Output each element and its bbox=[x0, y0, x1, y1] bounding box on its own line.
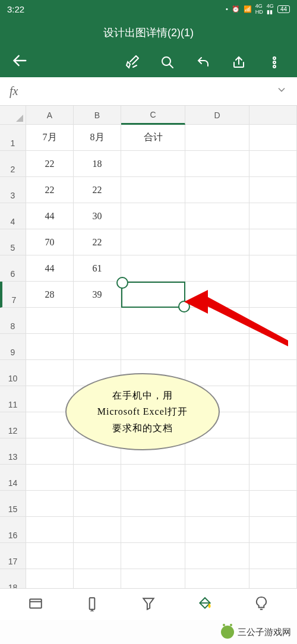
row-header-16[interactable]: 16 bbox=[0, 517, 26, 543]
cell-A5[interactable]: 70 bbox=[26, 229, 74, 255]
spreadsheet[interactable]: ABCD17月8月合计22218322224443057022644617283… bbox=[0, 106, 297, 595]
cell-D9[interactable] bbox=[185, 334, 249, 360]
filter-button[interactable] bbox=[132, 591, 165, 618]
cell-A1[interactable]: 7月 bbox=[26, 125, 74, 151]
cell-C1[interactable]: 合计 bbox=[121, 125, 185, 151]
cell-extra-1[interactable] bbox=[249, 125, 297, 151]
cell-extra-11[interactable] bbox=[249, 386, 297, 412]
cell-B14[interactable] bbox=[74, 465, 121, 491]
cell-B17[interactable] bbox=[74, 543, 121, 569]
formula-bar[interactable]: fx bbox=[0, 77, 297, 106]
col-header-D[interactable]: D bbox=[185, 106, 249, 125]
cell-A13[interactable] bbox=[26, 438, 74, 465]
cell-D7[interactable] bbox=[185, 282, 249, 308]
cell-D6[interactable] bbox=[185, 255, 249, 282]
row-header-5[interactable]: 5 bbox=[0, 229, 26, 255]
more-button[interactable] bbox=[259, 50, 290, 74]
cell-extra-15[interactable] bbox=[249, 491, 297, 517]
col-header-extra[interactable] bbox=[249, 106, 297, 125]
column-button[interactable] bbox=[76, 591, 108, 618]
row-header-13[interactable]: 13 bbox=[0, 438, 26, 465]
cell-C16[interactable] bbox=[121, 517, 185, 543]
row-header-4[interactable]: 4 bbox=[0, 203, 26, 229]
cell-C6[interactable] bbox=[121, 255, 185, 282]
cell-B2[interactable]: 18 bbox=[74, 151, 121, 177]
row-header-17[interactable]: 17 bbox=[0, 543, 26, 569]
cell-B7[interactable]: 39 bbox=[74, 282, 121, 308]
cell-C15[interactable] bbox=[121, 491, 185, 517]
cell-B6[interactable]: 61 bbox=[74, 255, 121, 282]
cell-A7[interactable]: 28 bbox=[26, 282, 74, 308]
share-button[interactable] bbox=[223, 50, 254, 74]
cell-D13[interactable] bbox=[185, 438, 249, 465]
cell-B3[interactable]: 22 bbox=[74, 177, 121, 203]
cell-A14[interactable] bbox=[26, 465, 74, 491]
cell-extra-9[interactable] bbox=[249, 334, 297, 360]
cell-extra-17[interactable] bbox=[249, 543, 297, 569]
cell-extra-3[interactable] bbox=[249, 177, 297, 203]
cell-B5[interactable]: 22 bbox=[74, 229, 121, 255]
cell-A15[interactable] bbox=[26, 491, 74, 517]
cell-D16[interactable] bbox=[185, 517, 249, 543]
edit-button[interactable] bbox=[116, 50, 147, 74]
card-view-button[interactable] bbox=[20, 591, 52, 618]
cell-C2[interactable] bbox=[121, 151, 185, 177]
cell-extra-16[interactable] bbox=[249, 517, 297, 543]
fill-button[interactable] bbox=[189, 591, 221, 618]
cell-A17[interactable] bbox=[26, 543, 74, 569]
cell-C8[interactable] bbox=[121, 308, 185, 334]
cell-C14[interactable] bbox=[121, 465, 185, 491]
cell-C4[interactable] bbox=[121, 203, 185, 229]
cell-A4[interactable]: 44 bbox=[26, 203, 74, 229]
cell-A16[interactable] bbox=[26, 517, 74, 543]
col-header-B[interactable]: B bbox=[74, 106, 121, 125]
back-button[interactable] bbox=[7, 48, 33, 77]
cell-extra-10[interactable] bbox=[249, 360, 297, 386]
cell-C5[interactable] bbox=[121, 229, 185, 255]
cell-C17[interactable] bbox=[121, 543, 185, 569]
cell-D5[interactable] bbox=[185, 229, 249, 255]
cell-C3[interactable] bbox=[121, 177, 185, 203]
cell-D15[interactable] bbox=[185, 491, 249, 517]
row-header-10[interactable]: 10 bbox=[0, 360, 26, 386]
row-header-11[interactable]: 11 bbox=[0, 386, 26, 412]
undo-button[interactable] bbox=[188, 50, 219, 74]
cell-A3[interactable]: 22 bbox=[26, 177, 74, 203]
cell-B8[interactable] bbox=[74, 308, 121, 334]
formula-dropdown-icon[interactable] bbox=[276, 84, 287, 99]
idea-button[interactable] bbox=[245, 591, 277, 618]
cell-extra-5[interactable] bbox=[249, 229, 297, 255]
col-header-A[interactable]: A bbox=[26, 106, 74, 125]
cell-extra-14[interactable] bbox=[249, 465, 297, 491]
row-header-1[interactable]: 1 bbox=[0, 125, 26, 151]
cell-B15[interactable] bbox=[74, 491, 121, 517]
row-header-14[interactable]: 14 bbox=[0, 465, 26, 491]
row-header-3[interactable]: 3 bbox=[0, 177, 26, 203]
row-header-6[interactable]: 6 bbox=[0, 255, 26, 282]
row-header-8[interactable]: 8 bbox=[0, 308, 26, 334]
cell-D3[interactable] bbox=[185, 177, 249, 203]
cell-A9[interactable] bbox=[26, 334, 74, 360]
cell-D1[interactable] bbox=[185, 125, 249, 151]
cell-A8[interactable] bbox=[26, 308, 74, 334]
select-all-corner[interactable] bbox=[0, 106, 26, 125]
cell-C9[interactable] bbox=[121, 334, 185, 360]
row-header-9[interactable]: 9 bbox=[0, 334, 26, 360]
cell-extra-2[interactable] bbox=[249, 151, 297, 177]
col-header-C[interactable]: C bbox=[121, 106, 185, 125]
row-header-12[interactable]: 12 bbox=[0, 412, 26, 438]
cell-extra-8[interactable] bbox=[249, 308, 297, 334]
row-header-2[interactable]: 2 bbox=[0, 151, 26, 177]
cell-C7[interactable] bbox=[121, 282, 185, 308]
cell-B1[interactable]: 8月 bbox=[74, 125, 121, 151]
row-header-15[interactable]: 15 bbox=[0, 491, 26, 517]
row-header-7[interactable]: 7 bbox=[0, 282, 26, 308]
cell-D2[interactable] bbox=[185, 151, 249, 177]
cell-D10[interactable] bbox=[185, 360, 249, 386]
cell-A6[interactable]: 44 bbox=[26, 255, 74, 282]
cell-A2[interactable]: 22 bbox=[26, 151, 74, 177]
cell-D14[interactable] bbox=[185, 465, 249, 491]
cell-D4[interactable] bbox=[185, 203, 249, 229]
cell-B9[interactable] bbox=[74, 334, 121, 360]
search-button[interactable] bbox=[152, 50, 183, 74]
